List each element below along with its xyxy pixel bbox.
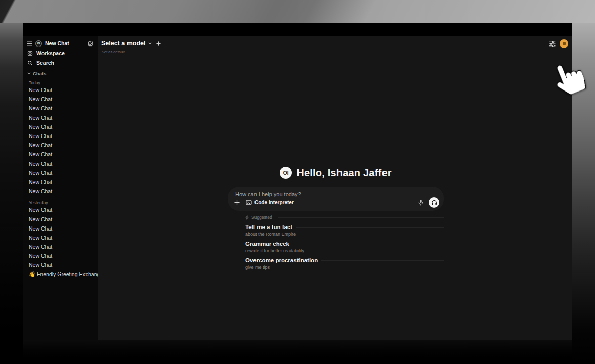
window-top-strip [23,23,572,36]
suggested-prompt[interactable]: Overcome procrastination give me tips [245,257,444,270]
chat-list-item[interactable]: New Chat [23,187,98,196]
sidebar-item-search[interactable]: Search [27,59,94,67]
suggested-list: Tell me a fun fact about the Roman Empir… [245,223,444,270]
settings-sliders-icon[interactable] [549,41,556,47]
suggested-label: Suggested [251,215,272,220]
chat-list-item[interactable]: New Chat [23,104,98,113]
chat-title: New Chat [45,40,69,47]
chat-list-item[interactable]: New Chat [23,141,98,150]
app-logo-large: OI [280,167,292,179]
input-toolbar: Code Interpreter [234,197,439,208]
chats-section-label: Chats [33,71,46,76]
hamburger-icon[interactable] [27,41,32,46]
chevron-down-icon [148,42,152,45]
workspace-label: Workspace [36,50,65,56]
model-selector[interactable]: Select a model [101,39,161,48]
greeting-text: Hello, Ishaan Jaffer [296,167,391,179]
suggested-prompt-subtitle: give me tips [245,265,444,270]
avatar-glyph [563,42,566,46]
chat-list-item[interactable]: New Chat [23,260,98,269]
greeting: OI Hello, Ishaan Jaffer [228,166,444,179]
divider [278,217,444,218]
suggested-prompt-subtitle: rewrite it for better readability [245,248,444,254]
add-model-icon[interactable] [156,41,161,46]
set-as-default-link[interactable]: Set as default [102,50,125,54]
divider [293,244,444,244]
suggested-section: Suggested Tell me a fun fact [228,214,444,270]
chat-list-item[interactable]: New Chat [23,224,98,233]
chat-list-item[interactable]: New Chat [23,177,98,187]
divider [296,227,444,228]
chat-list-item[interactable]: New Chat [23,85,98,95]
main-panel: Select a model Set as default [98,36,572,340]
terminal-icon [246,200,252,205]
chat-list-item[interactable]: New Chat [23,95,98,104]
divider [321,260,444,261]
microphone-icon[interactable] [418,199,423,206]
chat-list-item[interactable]: New Chat [23,113,98,122]
chat-list-item[interactable]: New Chat [23,233,98,242]
chat-list-item[interactable]: New Chat [23,205,98,214]
app-logo: OI [35,40,42,47]
backdrop-bottom-band [23,340,572,364]
chat-list-item[interactable]: New Chat [23,214,98,223]
user-avatar[interactable] [560,39,568,48]
suggested-prompt-title: Grammar check [245,241,289,247]
chat-list-item[interactable]: New Chat [23,159,98,168]
backdrop-left-band [0,23,23,364]
message-input-box[interactable]: Code Interpreter [228,187,444,211]
suggested-prompt-title: Tell me a fun fact [245,224,292,230]
welcome-area: OI Hello, Ishaan Jaffer [228,166,444,270]
chat-list-item[interactable]: New Chat [23,251,98,260]
chat-list-item[interactable]: 👋 Friendly Greeting Exchange [23,270,98,279]
sidebar-item-workspace[interactable]: Workspace [27,49,94,57]
grid-icon [27,51,33,56]
search-label: Search [36,60,54,66]
chevron-down-icon [27,72,31,75]
suggested-prompt[interactable]: Tell me a fun fact about the Roman Empir… [245,223,444,237]
headphones-icon [431,200,437,205]
chat-list-yesterday: New ChatNew ChatNew ChatNew ChatNew Chat… [23,205,98,279]
desktop-backdrop: OI New Chat Workspace Searc [0,0,595,364]
bolt-icon [245,215,249,220]
topbar-right [549,39,568,48]
chat-list-today: New ChatNew ChatNew ChatNew ChatNew Chat… [23,85,98,196]
chat-list-item[interactable]: New Chat [23,131,98,141]
new-chat-icon[interactable] [88,41,93,47]
suggested-prompt-subtitle: about the Roman Empire [245,232,444,237]
suggested-header: Suggested [245,214,444,220]
voice-call-button[interactable] [429,197,439,208]
chats-section-toggle[interactable]: Chats [27,70,94,77]
chat-list-item[interactable]: New Chat [23,168,98,177]
chat-list-item[interactable]: New Chat [23,242,98,251]
backdrop-top-band [0,0,595,23]
attach-plus-icon[interactable] [234,200,240,205]
chat-group-label-yesterday: Yesterday [23,200,98,205]
chat-group-label-today: Today [23,80,98,85]
search-icon [27,60,33,66]
code-interpreter-label: Code Interpreter [254,200,294,205]
suggested-prompt[interactable]: Grammar check rewrite it for better read… [245,240,444,254]
suggested-prompt-title: Overcome procrastination [245,257,318,263]
code-interpreter-toggle[interactable]: Code Interpreter [246,200,294,205]
sidebar-header: OI New Chat [27,39,93,48]
sidebar: OI New Chat Workspace Searc [23,36,98,340]
model-selector-label: Select a model [101,40,146,47]
open-webui-window: OI New Chat Workspace Searc [23,23,572,340]
chat-list-item[interactable]: New Chat [23,150,98,159]
chat-list-item[interactable]: New Chat [23,122,98,131]
